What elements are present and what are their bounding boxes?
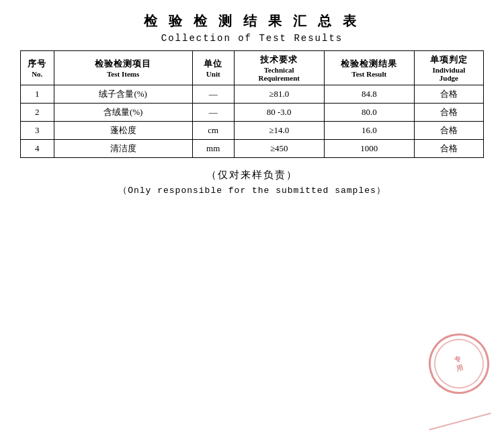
main-title: 检 验 检 测 结 果 汇 总 表 <box>20 12 484 30</box>
cell-unit: — <box>192 85 234 104</box>
cell-judge: 合格 <box>414 122 483 140</box>
cell-judge: 合格 <box>414 85 483 104</box>
results-table: 序号 No. 检验检测项目 Test Items 单位 Unit 技术要求 Te… <box>20 50 484 158</box>
cell-result: 80.0 <box>324 104 414 122</box>
stamp-line <box>429 413 491 431</box>
cell-tech: ≥14.0 <box>234 122 324 140</box>
disclaimer-en: （Only responsible for the submitted samp… <box>20 184 484 196</box>
cell-unit: cm <box>192 122 234 140</box>
cell-item: 含绒量(%) <box>54 104 192 122</box>
table-row: 2 含绒量(%) — 80 -3.0 80.0 合格 <box>21 104 484 122</box>
cell-result: 84.8 <box>324 85 414 104</box>
header-no: 序号 No. <box>21 51 54 85</box>
cell-no: 3 <box>21 122 54 140</box>
page: 检 验 检 测 结 果 汇 总 表 Collection of Test Res… <box>0 0 504 441</box>
cell-tech: 80 -3.0 <box>234 104 324 122</box>
cell-no: 2 <box>21 104 54 122</box>
cell-unit: — <box>192 104 234 122</box>
sub-title: Collection of Test Results <box>20 33 484 44</box>
cell-no: 4 <box>21 140 54 158</box>
header-tech: 技术要求 Technical Requirement <box>234 51 324 85</box>
header-result: 检验检测结果 Test Result <box>324 51 414 85</box>
cell-item: 蓬松度 <box>54 122 192 140</box>
table-row: 3 蓬松度 cm ≥14.0 16.0 合格 <box>21 122 484 140</box>
disclaimer: （仅对来样负责） （Only responsible for the submi… <box>20 169 484 196</box>
header-judge: 单项判定 Individual Judge <box>414 51 483 85</box>
cell-judge: 合格 <box>414 140 483 158</box>
disclaimer-zh: （仅对来样负责） <box>20 169 484 182</box>
table-row: 4 清洁度 mm ≥450 1000 合格 <box>21 140 484 158</box>
header-unit: 单位 Unit <box>192 51 234 85</box>
table-row: 1 绒子含量(%) — ≥81.0 84.8 合格 <box>21 85 484 104</box>
cell-judge: 合格 <box>414 104 483 122</box>
cell-result: 16.0 <box>324 122 414 140</box>
cell-tech: ≥81.0 <box>234 85 324 104</box>
header-item: 检验检测项目 Test Items <box>54 51 192 85</box>
stamp: 专用 <box>422 327 496 401</box>
cell-item: 绒子含量(%) <box>54 85 192 104</box>
cell-unit: mm <box>192 140 234 158</box>
stamp-text: 专用 <box>453 354 465 374</box>
cell-tech: ≥450 <box>234 140 324 158</box>
cell-no: 1 <box>21 85 54 104</box>
cell-result: 1000 <box>324 140 414 158</box>
cell-item: 清洁度 <box>54 140 192 158</box>
